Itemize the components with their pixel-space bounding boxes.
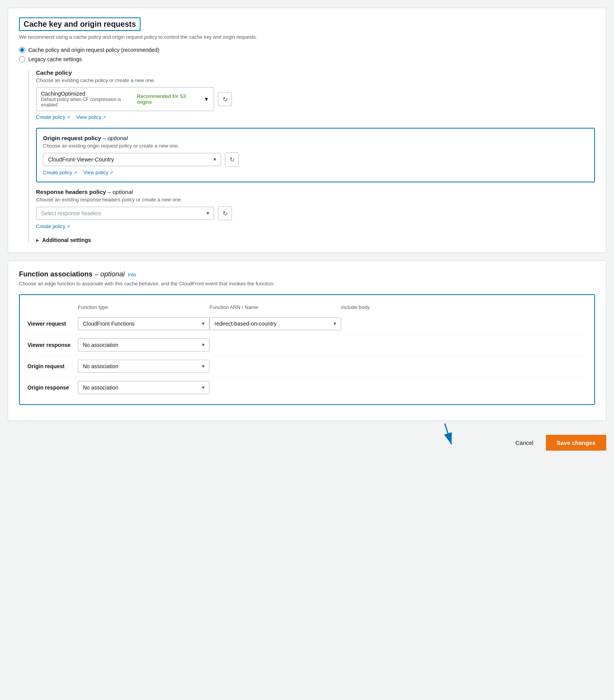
cache-policy-refresh-button[interactable]: ↻ — [218, 92, 232, 106]
table-row: Origin response No association ▼ — [27, 377, 587, 398]
origin-request-arn-cell — [209, 356, 341, 377]
viewer-request-arn-select[interactable]: redirect-based-on-country — [209, 317, 341, 330]
refresh-icon: ↻ — [223, 96, 228, 103]
viewer-request-include-body — [341, 313, 587, 335]
policy-settings-section: Cache policy Choose an existing cache po… — [28, 69, 595, 243]
additional-settings-toggle[interactable]: ▶ Additional settings — [36, 237, 595, 243]
col-event-header — [27, 301, 78, 313]
table-row: Origin request No association ▼ — [27, 356, 587, 377]
table-row: Viewer request CloudFront Functions ▼ — [27, 313, 587, 335]
radio-legacy-label: Legacy cache settings — [28, 56, 82, 62]
origin-response-type-select[interactable]: No association — [78, 381, 209, 394]
recommended-badge: Recommended for S3 origins — [137, 93, 201, 105]
origin-policy-title: Origin request policy – optional — [43, 135, 588, 141]
origin-response-arn-cell — [209, 377, 341, 398]
event-label-origin-request: Origin request — [27, 356, 78, 377]
event-label-origin-response: Origin response — [27, 377, 78, 398]
section-title-row: Function associations – optional Info — [19, 270, 595, 278]
table-row: Viewer response No association ▼ — [27, 335, 587, 356]
response-headers-select[interactable]: Select response headers — [36, 207, 214, 220]
col-function-type-header: Function type — [78, 301, 209, 313]
cancel-button[interactable]: Cancel — [509, 436, 540, 449]
origin-policy-view-link[interactable]: View policy — [83, 170, 113, 175]
origin-request-policy-subsection: Origin request policy – optional Choose … — [36, 128, 595, 182]
cache-policy-title: Cache policy — [36, 69, 595, 76]
origin-response-include-body — [341, 377, 587, 398]
page-description: We recommend using a cache policy and or… — [19, 34, 595, 40]
page-title: Cache key and origin requests — [19, 17, 141, 31]
response-headers-refresh-button[interactable]: ↻ — [218, 206, 232, 220]
response-headers-title: Response headers policy – optional — [36, 189, 595, 195]
function-associations-panel: Function associations – optional Info Ch… — [8, 261, 606, 421]
footer: Cancel Save changes — [8, 429, 606, 457]
cache-policy-select-row: CachingOptimized Default policy when CF … — [36, 87, 595, 111]
viewer-request-type-select[interactable]: CloudFront Functions — [78, 317, 209, 330]
origin-policy-links: Create policy View policy — [43, 170, 588, 175]
radio-recommended-label: Cache policy and origin request policy (… — [28, 47, 160, 53]
cache-policy-subsection: Cache policy Choose an existing cache po… — [36, 69, 595, 120]
function-assoc-title: Function associations – optional — [19, 270, 125, 278]
viewer-response-type-select[interactable]: No association — [78, 338, 209, 352]
function-assoc-desc: Choose an edge function to associate wit… — [19, 281, 595, 287]
response-headers-create-link[interactable]: Create policy — [36, 223, 70, 229]
response-headers-links: Create policy — [36, 223, 595, 229]
triangle-icon: ▶ — [36, 238, 39, 242]
origin-request-type-cell: No association ▼ — [78, 356, 209, 377]
refresh-icon: ↻ — [230, 156, 235, 163]
cache-policy-name: CachingOptimized — [41, 91, 137, 97]
response-headers-subsection: Response headers policy – optional Choos… — [36, 189, 595, 229]
event-label-viewer-response: Viewer response — [27, 335, 78, 356]
origin-policy-select-row: CloudFront-Viewer-Country ▼ ↻ — [43, 153, 588, 166]
origin-policy-create-link[interactable]: Create policy — [43, 170, 77, 175]
origin-policy-refresh-button[interactable]: ↻ — [225, 153, 239, 166]
additional-settings-label: Additional settings — [42, 237, 91, 243]
origin-policy-desc: Choose an existing origin request policy… — [43, 143, 588, 149]
radio-legacy[interactable]: Legacy cache settings — [19, 56, 595, 62]
response-headers-desc: Choose an existing response headers poli… — [36, 197, 595, 202]
viewer-response-include-body — [341, 335, 587, 356]
cache-policy-sub: Default policy when CF compression is en… — [41, 97, 137, 108]
svg-line-1 — [439, 423, 458, 444]
event-label-viewer-request: Viewer request — [27, 313, 78, 335]
cache-policy-desc: Choose an existing cache policy or creat… — [36, 77, 595, 83]
response-headers-select-row: Select response headers ▼ ↻ — [36, 206, 595, 220]
cache-policy-view-link[interactable]: View policy — [76, 114, 106, 120]
origin-response-type-cell: No association ▼ — [78, 377, 209, 398]
function-assoc-info-link[interactable]: Info — [128, 272, 136, 278]
origin-request-include-body — [341, 356, 587, 377]
refresh-icon: ↻ — [223, 210, 228, 217]
arrow-indicator-icon — [434, 420, 464, 450]
origin-policy-select[interactable]: CloudFront-Viewer-Country — [43, 153, 221, 166]
cache-policy-create-link[interactable]: Create policy — [36, 114, 70, 120]
viewer-request-arn-cell: redirect-based-on-country ▼ — [209, 313, 341, 335]
origin-request-type-select[interactable]: No association — [78, 360, 209, 373]
cache-key-panel: Cache key and origin requests We recomme… — [8, 8, 606, 253]
radio-recommended[interactable]: Cache policy and origin request policy (… — [19, 47, 595, 53]
function-associations-table: Function type Function ARN / Name Includ… — [27, 301, 587, 398]
cache-policy-chevron: ▼ — [204, 96, 209, 102]
cache-policy-links: Create policy View policy — [36, 114, 595, 120]
viewer-response-arn-cell — [209, 335, 341, 356]
cache-policy-select[interactable]: CachingOptimized Default policy when CF … — [36, 87, 214, 111]
col-include-body-header: Include body — [341, 301, 587, 313]
function-associations-table-wrapper: Function type Function ARN / Name Includ… — [19, 294, 595, 405]
save-changes-button[interactable]: Save changes — [546, 435, 606, 451]
policy-type-radio-group: Cache policy and origin request policy (… — [19, 47, 595, 62]
col-function-arn-header: Function ARN / Name — [209, 301, 341, 313]
viewer-response-type-cell: No association ▼ — [78, 335, 209, 356]
viewer-request-type-cell: CloudFront Functions ▼ — [78, 313, 209, 335]
